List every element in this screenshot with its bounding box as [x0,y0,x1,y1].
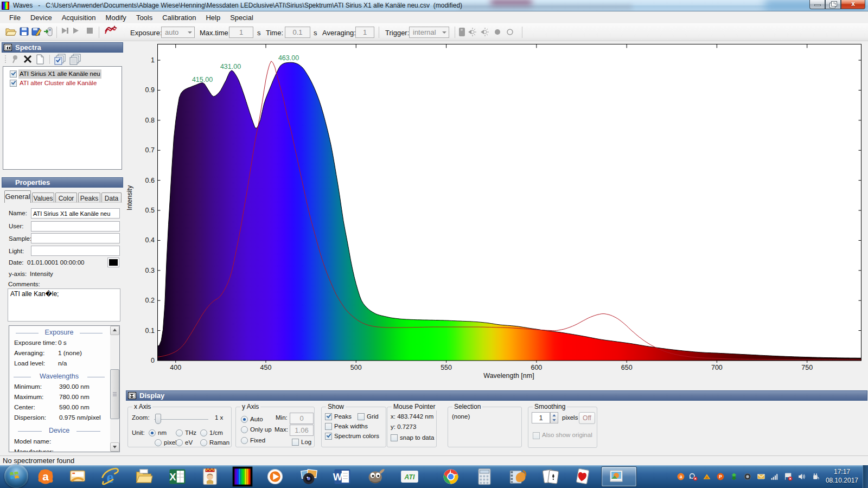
svg-text:0.4: 0.4 [145,236,155,244]
svg-text:500: 500 [350,364,362,371]
svg-text:a: a [42,470,49,483]
svg-text:0.3: 0.3 [145,267,155,274]
svg-text:0.6: 0.6 [145,177,155,184]
svg-text:650: 650 [621,364,633,371]
svg-text:0.1: 0.1 [145,327,155,335]
svg-text:a: a [680,474,682,479]
svg-text:0.7: 0.7 [145,146,155,154]
svg-text:550: 550 [441,364,452,371]
svg-text:750: 750 [801,364,813,371]
svg-text:463.00: 463.00 [278,54,299,62]
svg-text:0.2: 0.2 [145,297,155,304]
svg-text:0.9: 0.9 [145,86,155,94]
svg-text:431.00: 431.00 [220,63,241,70]
svg-text:X: X [169,471,176,483]
svg-text:0.5: 0.5 [145,207,155,214]
svg-text:0: 0 [151,357,155,364]
svg-text:600: 600 [531,364,542,371]
svg-text:0.8: 0.8 [145,117,155,124]
svg-text:P: P [719,474,722,479]
svg-text:Wavelength [nm]: Wavelength [nm] [483,372,534,380]
svg-text:1: 1 [151,56,155,64]
svg-text:415.00: 415.00 [192,76,213,84]
svg-text:ATI: ATI [404,473,415,481]
svg-text:Intensity: Intensity [126,185,133,210]
svg-text:400: 400 [170,364,181,371]
svg-text:700: 700 [711,364,723,371]
svg-text:450: 450 [260,364,272,371]
svg-text:W: W [333,471,343,483]
